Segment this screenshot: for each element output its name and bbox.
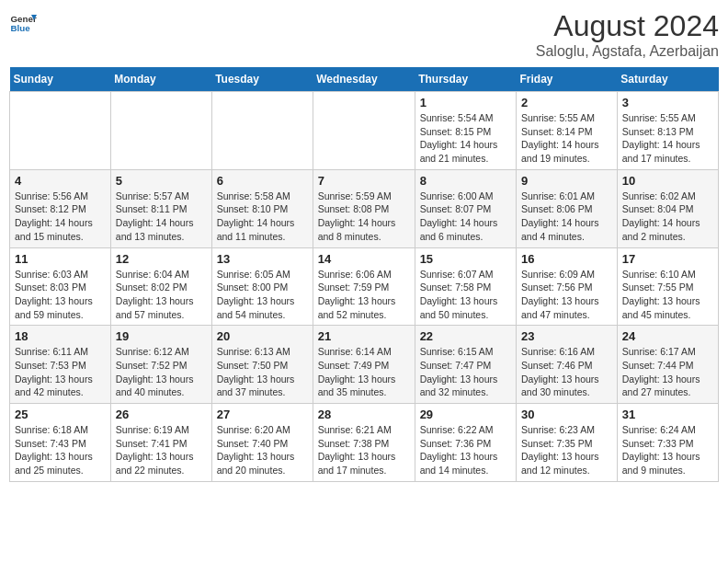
calendar-cell: 14Sunrise: 6:06 AM Sunset: 7:59 PM Dayli… xyxy=(313,247,415,326)
day-number: 3 xyxy=(622,96,713,109)
day-detail: Sunrise: 6:02 AM Sunset: 8:04 PM Dayligh… xyxy=(622,190,713,244)
calendar-cell: 21Sunrise: 6:14 AM Sunset: 7:49 PM Dayli… xyxy=(313,326,415,404)
calendar-cell: 19Sunrise: 6:12 AM Sunset: 7:52 PM Dayli… xyxy=(110,326,211,404)
day-detail: Sunrise: 6:20 AM Sunset: 7:40 PM Dayligh… xyxy=(217,423,308,477)
header-cell-tuesday: Tuesday xyxy=(211,67,313,92)
day-detail: Sunrise: 5:58 AM Sunset: 8:10 PM Dayligh… xyxy=(217,190,308,244)
day-detail: Sunrise: 6:01 AM Sunset: 8:06 PM Dayligh… xyxy=(521,190,612,244)
day-detail: Sunrise: 6:11 AM Sunset: 7:53 PM Dayligh… xyxy=(15,345,106,399)
calendar-cell: 25Sunrise: 6:18 AM Sunset: 7:43 PM Dayli… xyxy=(10,404,111,482)
day-detail: Sunrise: 6:16 AM Sunset: 7:46 PM Dayligh… xyxy=(521,345,612,399)
calendar-cell: 8Sunrise: 6:00 AM Sunset: 8:07 PM Daylig… xyxy=(415,169,516,247)
calendar-cell: 26Sunrise: 6:19 AM Sunset: 7:41 PM Dayli… xyxy=(110,404,211,482)
day-detail: Sunrise: 6:15 AM Sunset: 7:47 PM Dayligh… xyxy=(420,345,511,399)
calendar-cell: 15Sunrise: 6:07 AM Sunset: 7:58 PM Dayli… xyxy=(415,247,516,326)
day-number: 11 xyxy=(15,252,106,266)
day-detail: Sunrise: 6:07 AM Sunset: 7:58 PM Dayligh… xyxy=(420,268,511,322)
calendar-cell: 3Sunrise: 5:55 AM Sunset: 8:13 PM Daylig… xyxy=(617,92,718,170)
calendar-cell: 7Sunrise: 5:59 AM Sunset: 8:08 PM Daylig… xyxy=(313,169,415,247)
week-row-5: 25Sunrise: 6:18 AM Sunset: 7:43 PM Dayli… xyxy=(10,404,719,482)
day-number: 24 xyxy=(622,329,713,343)
calendar-cell: 24Sunrise: 6:17 AM Sunset: 7:44 PM Dayli… xyxy=(617,326,718,404)
calendar-cell: 31Sunrise: 6:24 AM Sunset: 7:33 PM Dayli… xyxy=(617,404,718,482)
day-number: 13 xyxy=(217,252,308,266)
day-number: 20 xyxy=(217,329,308,343)
day-number: 10 xyxy=(622,174,713,188)
header-cell-wednesday: Wednesday xyxy=(313,67,415,92)
day-detail: Sunrise: 6:14 AM Sunset: 7:49 PM Dayligh… xyxy=(318,345,410,399)
calendar-cell: 18Sunrise: 6:11 AM Sunset: 7:53 PM Dayli… xyxy=(10,326,111,404)
calendar-cell: 23Sunrise: 6:16 AM Sunset: 7:46 PM Dayli… xyxy=(516,326,617,404)
day-number: 17 xyxy=(622,252,713,266)
logo: General Blue xyxy=(9,9,37,37)
calendar-cell: 30Sunrise: 6:23 AM Sunset: 7:35 PM Dayli… xyxy=(516,404,617,482)
day-detail: Sunrise: 6:18 AM Sunset: 7:43 PM Dayligh… xyxy=(15,423,106,477)
day-number: 12 xyxy=(116,252,207,266)
calendar-cell: 22Sunrise: 6:15 AM Sunset: 7:47 PM Dayli… xyxy=(415,326,516,404)
day-detail: Sunrise: 6:19 AM Sunset: 7:41 PM Dayligh… xyxy=(116,423,207,477)
subtitle: Saloglu, Agstafa, Azerbaijan xyxy=(536,43,719,60)
day-number: 23 xyxy=(521,329,612,343)
calendar-cell: 10Sunrise: 6:02 AM Sunset: 8:04 PM Dayli… xyxy=(617,169,718,247)
day-detail: Sunrise: 5:55 AM Sunset: 8:14 PM Dayligh… xyxy=(521,111,612,166)
day-number: 22 xyxy=(420,329,511,343)
day-number: 15 xyxy=(420,252,511,266)
header-cell-thursday: Thursday xyxy=(415,67,516,92)
calendar-cell: 29Sunrise: 6:22 AM Sunset: 7:36 PM Dayli… xyxy=(415,404,516,482)
day-number: 7 xyxy=(318,174,410,188)
day-detail: Sunrise: 5:56 AM Sunset: 8:12 PM Dayligh… xyxy=(15,190,106,244)
day-detail: Sunrise: 6:13 AM Sunset: 7:50 PM Dayligh… xyxy=(217,345,308,399)
day-number: 31 xyxy=(622,408,713,421)
calendar-cell xyxy=(10,92,111,170)
day-number: 19 xyxy=(116,329,207,343)
day-detail: Sunrise: 5:59 AM Sunset: 8:08 PM Dayligh… xyxy=(318,190,410,244)
day-detail: Sunrise: 6:12 AM Sunset: 7:52 PM Dayligh… xyxy=(116,345,207,399)
day-number: 29 xyxy=(420,408,511,421)
day-number: 21 xyxy=(318,329,410,343)
calendar-cell xyxy=(110,92,211,170)
svg-text:Blue: Blue xyxy=(11,23,31,33)
day-detail: Sunrise: 6:09 AM Sunset: 7:56 PM Dayligh… xyxy=(521,268,612,322)
day-number: 1 xyxy=(420,96,511,109)
week-row-2: 4Sunrise: 5:56 AM Sunset: 8:12 PM Daylig… xyxy=(10,169,719,247)
header-cell-monday: Monday xyxy=(110,67,211,92)
calendar-cell: 11Sunrise: 6:03 AM Sunset: 8:03 PM Dayli… xyxy=(10,247,111,326)
day-detail: Sunrise: 5:54 AM Sunset: 8:15 PM Dayligh… xyxy=(420,111,511,166)
calendar-cell: 16Sunrise: 6:09 AM Sunset: 7:56 PM Dayli… xyxy=(516,247,617,326)
calendar-cell: 2Sunrise: 5:55 AM Sunset: 8:14 PM Daylig… xyxy=(516,92,617,170)
calendar-cell: 13Sunrise: 6:05 AM Sunset: 8:00 PM Dayli… xyxy=(211,247,313,326)
calendar-cell: 5Sunrise: 5:57 AM Sunset: 8:11 PM Daylig… xyxy=(110,169,211,247)
day-number: 9 xyxy=(521,174,612,188)
title-area: August 2024 Saloglu, Agstafa, Azerbaijan xyxy=(536,9,719,60)
day-number: 28 xyxy=(318,408,410,421)
day-detail: Sunrise: 6:03 AM Sunset: 8:03 PM Dayligh… xyxy=(15,268,106,322)
week-row-3: 11Sunrise: 6:03 AM Sunset: 8:03 PM Dayli… xyxy=(10,247,719,326)
calendar-cell: 17Sunrise: 6:10 AM Sunset: 7:55 PM Dayli… xyxy=(617,247,718,326)
main-title: August 2024 xyxy=(536,9,719,43)
day-number: 27 xyxy=(217,408,308,421)
calendar-cell: 9Sunrise: 6:01 AM Sunset: 8:06 PM Daylig… xyxy=(516,169,617,247)
day-number: 30 xyxy=(521,408,612,421)
day-detail: Sunrise: 6:05 AM Sunset: 8:00 PM Dayligh… xyxy=(217,268,308,322)
day-detail: Sunrise: 6:17 AM Sunset: 7:44 PM Dayligh… xyxy=(622,345,713,399)
calendar-cell: 6Sunrise: 5:58 AM Sunset: 8:10 PM Daylig… xyxy=(211,169,313,247)
header-cell-saturday: Saturday xyxy=(617,67,718,92)
calendar-cell xyxy=(313,92,415,170)
day-number: 8 xyxy=(420,174,511,188)
week-row-4: 18Sunrise: 6:11 AM Sunset: 7:53 PM Dayli… xyxy=(10,326,719,404)
day-number: 2 xyxy=(521,96,612,109)
day-number: 4 xyxy=(15,174,106,188)
calendar-cell: 4Sunrise: 5:56 AM Sunset: 8:12 PM Daylig… xyxy=(10,169,111,247)
day-number: 6 xyxy=(217,174,308,188)
day-number: 25 xyxy=(15,408,106,421)
calendar-cell: 28Sunrise: 6:21 AM Sunset: 7:38 PM Dayli… xyxy=(313,404,415,482)
day-detail: Sunrise: 5:57 AM Sunset: 8:11 PM Dayligh… xyxy=(116,190,207,244)
logo-icon: General Blue xyxy=(9,9,37,37)
calendar-table: SundayMondayTuesdayWednesdayThursdayFrid… xyxy=(9,67,719,482)
day-detail: Sunrise: 6:04 AM Sunset: 8:02 PM Dayligh… xyxy=(116,268,207,322)
calendar-cell: 27Sunrise: 6:20 AM Sunset: 7:40 PM Dayli… xyxy=(211,404,313,482)
header: General Blue August 2024 Saloglu, Agstaf… xyxy=(9,9,719,60)
calendar-cell: 20Sunrise: 6:13 AM Sunset: 7:50 PM Dayli… xyxy=(211,326,313,404)
day-detail: Sunrise: 5:55 AM Sunset: 8:13 PM Dayligh… xyxy=(622,111,713,166)
calendar-body: 1Sunrise: 5:54 AM Sunset: 8:15 PM Daylig… xyxy=(10,92,719,482)
